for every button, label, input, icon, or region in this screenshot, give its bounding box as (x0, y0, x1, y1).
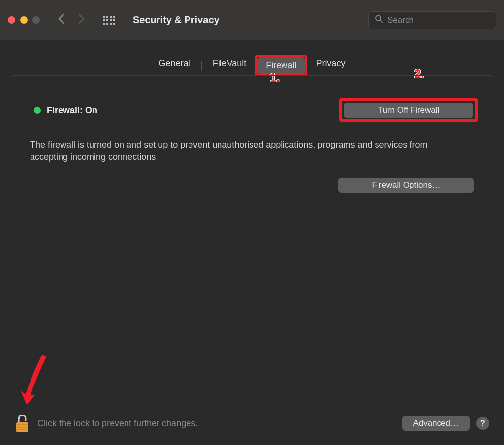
traffic-lights (8, 16, 40, 24)
maximize-window-button[interactable] (32, 16, 40, 24)
search-placeholder: Search (387, 15, 414, 25)
back-button[interactable] (58, 13, 64, 27)
tab-privacy[interactable]: Privacy (307, 55, 354, 76)
svg-line-1 (380, 20, 382, 22)
show-all-button[interactable] (103, 16, 115, 25)
footer: Click the lock to prevent further change… (15, 414, 489, 433)
tab-separator (201, 61, 202, 71)
firewall-options-button[interactable]: Firewall Options… (338, 178, 474, 193)
lock-button[interactable] (15, 414, 30, 433)
forward-button[interactable] (78, 13, 85, 27)
firewall-description: The firewall is turned on and set up to … (30, 139, 453, 163)
window-title: Security & Privacy (133, 14, 361, 26)
annotation-highlight-turn-off-button: Turn Off Firewall (339, 98, 478, 122)
firewall-status-label: Firewall: On (47, 105, 333, 116)
minimize-window-button[interactable] (20, 16, 28, 24)
tab-firewall[interactable]: Firewall (257, 57, 305, 74)
search-icon (375, 14, 383, 26)
titlebar: Security & Privacy Search (0, 0, 504, 40)
help-button[interactable]: ? (476, 417, 489, 430)
annotation-arrow-icon (20, 351, 49, 410)
advanced-button[interactable]: Advanced… (402, 416, 470, 431)
status-indicator-on-icon (34, 107, 41, 114)
tab-general[interactable]: General (150, 55, 199, 76)
tab-filevault[interactable]: FileVault (204, 55, 255, 76)
close-window-button[interactable] (8, 16, 15, 24)
lock-help-text: Click the lock to prevent further change… (37, 418, 394, 429)
search-input[interactable]: Search (368, 11, 496, 29)
annotation-highlight-firewall-tab: Firewall (255, 55, 307, 76)
content-panel: Firewall: On Turn Off Firewall The firew… (10, 75, 494, 385)
turn-off-firewall-button[interactable]: Turn Off Firewall (344, 103, 473, 118)
nav-arrows (58, 13, 85, 27)
